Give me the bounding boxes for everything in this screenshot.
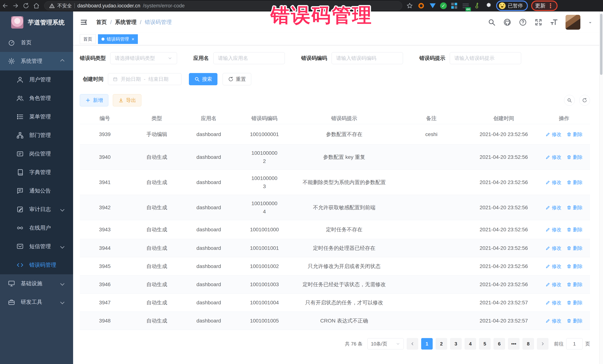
extensions-puzzle-icon[interactable] [485, 2, 493, 10]
sidebar-item-devtools[interactable]: 研发工具 [0, 293, 73, 311]
edit-link[interactable]: 修改 [545, 244, 561, 252]
tab-view[interactable]: 首页 [80, 34, 96, 44]
edit-link[interactable]: 修改 [545, 317, 561, 325]
browser-forward-icon[interactable] [10, 0, 21, 11]
browser-reload-icon[interactable] [21, 0, 31, 11]
export-button[interactable]: 导出 [113, 94, 141, 106]
page-ellipsis-button[interactable]: ••• [508, 338, 520, 350]
page-button-8[interactable]: 8 [522, 338, 534, 350]
hamburger-icon[interactable] [80, 18, 88, 26]
table-row[interactable]: 3942自动生成dashboard1001000004不允许获取敏感配置到前端2… [80, 195, 590, 220]
delete-link[interactable]: 删除 [567, 262, 583, 270]
page-button-5[interactable]: 5 [479, 338, 491, 350]
sidebar-item-error-code[interactable]: 错误码管理 [0, 256, 73, 274]
sidebar-item-online-user[interactable]: 在线用户 [0, 219, 73, 237]
delete-link[interactable]: 删除 [567, 298, 583, 307]
font-size-icon[interactable] [550, 18, 558, 26]
delete-link[interactable]: 删除 [567, 130, 583, 138]
page-button-3[interactable]: 3 [450, 338, 462, 350]
browser-home-icon[interactable] [31, 0, 42, 11]
scrollbar-thumb[interactable] [600, 14, 603, 75]
error-hint-input[interactable]: 请输入错误码提示 [450, 52, 521, 64]
extension-grid-icon[interactable] [450, 2, 458, 10]
extension-orange-ring-icon[interactable] [417, 2, 425, 10]
page-button-2[interactable]: 2 [436, 338, 447, 350]
reset-button[interactable]: 重置 [223, 73, 251, 85]
extension-list-icon[interactable]: on [462, 2, 470, 10]
edit-link[interactable]: 修改 [545, 298, 561, 307]
delete-link[interactable]: 删除 [567, 203, 583, 212]
page-button-4[interactable]: 4 [464, 338, 476, 350]
table-row[interactable]: 3940自动生成dashboard1001000002参数配置 key 重复20… [80, 144, 590, 170]
help-icon[interactable] [519, 18, 527, 26]
profile-paused-badge[interactable]: 已暂停 [496, 0, 528, 11]
browser-back-icon[interactable] [0, 0, 10, 11]
tab-active-view[interactable]: 错误码管理× [98, 34, 138, 44]
delete-link[interactable]: 删除 [567, 226, 583, 234]
github-icon[interactable] [503, 18, 511, 26]
error-type-select[interactable]: 请选择错误码类型 [110, 52, 177, 64]
error-code-input[interactable]: 请输入错误码编码 [332, 52, 403, 64]
table-row[interactable]: 3946自动生成dashboard1001001003定时任务已经处于该状态，无… [80, 276, 590, 294]
breadcrumb-item[interactable]: 系统管理 [115, 19, 137, 26]
edit-link[interactable]: 修改 [545, 130, 561, 138]
search-button[interactable]: 搜索 [189, 73, 218, 85]
bookmark-star-icon[interactable] [406, 2, 414, 10]
edit-link[interactable]: 修改 [545, 226, 561, 234]
refresh-table-button[interactable] [579, 95, 590, 106]
table-row[interactable]: 3945自动生成dashboard1001001002只允许修改为开启或者关闭状… [80, 257, 590, 276]
table-row[interactable]: 3948自动生成dashboard1001001005CRON 表达式不正确20… [80, 312, 590, 330]
sidebar-item-post[interactable]: 岗位管理 [0, 144, 73, 163]
browser-update-button[interactable]: 更新 ⋮ [531, 0, 557, 11]
sidebar-item-dict[interactable]: 字典管理 [0, 163, 73, 182]
page-button-1[interactable]: 1 [421, 338, 433, 350]
edit-link[interactable]: 修改 [545, 280, 561, 288]
sidebar-item-department[interactable]: 部门管理 [0, 126, 73, 144]
sidebar-item-audit-log[interactable]: 审计日志 [0, 200, 73, 219]
edit-link[interactable]: 修改 [545, 203, 561, 212]
date-range-picker[interactable]: 开始日期 - 结束日期 [108, 73, 181, 85]
table-row[interactable]: 3947自动生成dashboard1001001004只有开启状态的任务，才可以… [80, 294, 590, 312]
browser-menu-icon[interactable]: ⋮ [547, 3, 554, 9]
user-avatar[interactable] [566, 15, 580, 30]
browser-scrollbar[interactable] [599, 11, 603, 364]
sidebar-item-sms[interactable]: 短信管理 [0, 237, 73, 256]
table-row[interactable]: 3944自动生成dashboard1001001001定时任务的处理器已经存在2… [80, 239, 590, 257]
page-button-6[interactable]: 6 [494, 338, 505, 350]
table-row[interactable]: 3939手动编辑dashboard1001000001参数配置不存在ceshi2… [80, 124, 590, 144]
table-row[interactable]: 3941自动生成dashboard1001000003不能删除类型为系统内置的参… [80, 170, 590, 195]
sidebar-item-dashboard[interactable]: 首页 [0, 33, 73, 52]
delete-link[interactable]: 删除 [567, 244, 583, 252]
delete-link[interactable]: 删除 [567, 317, 583, 325]
sidebar-item-menu-list[interactable]: 菜单管理 [0, 108, 73, 126]
edit-link[interactable]: 修改 [545, 178, 561, 187]
page-size-select[interactable]: 10条/页 [367, 338, 404, 349]
goto-page-input[interactable]: 1 [566, 338, 583, 349]
next-page-button[interactable] [537, 338, 548, 350]
app-name-input[interactable]: 请输入应用名 [213, 52, 285, 64]
table-row[interactable]: 3943自动生成dashboard1001001000定时任务不存在2021-0… [80, 220, 590, 239]
sidebar-item-roles[interactable]: 角色管理 [0, 89, 73, 108]
breadcrumb-item[interactable]: 首页 [96, 19, 107, 26]
sidebar-item-gear[interactable]: 系统管理 [0, 52, 73, 70]
app-logo-row[interactable]: 芋道管理系统 [0, 11, 73, 33]
edit-link[interactable]: 修改 [545, 262, 561, 270]
sidebar-item-notice[interactable]: 通知公告 [0, 182, 73, 200]
security-label[interactable]: 不安全 [57, 3, 72, 9]
close-tab-icon[interactable]: × [132, 37, 134, 42]
prev-page-button[interactable] [407, 338, 418, 350]
sidebar-item-user[interactable]: 用户管理 [0, 70, 73, 89]
search-icon[interactable] [487, 18, 496, 26]
delete-link[interactable]: 删除 [567, 153, 583, 161]
edit-link[interactable]: 修改 [545, 153, 561, 161]
extension-gem-icon[interactable] [429, 2, 437, 10]
extension-green-check-icon[interactable]: ✓ [440, 2, 447, 9]
sidebar-item-infrastructure[interactable]: 基础设施 [0, 274, 73, 293]
fullscreen-icon[interactable] [534, 18, 543, 26]
extension-key-icon[interactable] [471, 0, 483, 11]
toggle-search-button[interactable] [564, 95, 575, 106]
avatar-caret-down-icon[interactable] [588, 19, 593, 25]
add-button[interactable]: 新增 [80, 94, 108, 106]
delete-link[interactable]: 删除 [567, 280, 583, 288]
delete-link[interactable]: 删除 [567, 178, 583, 187]
